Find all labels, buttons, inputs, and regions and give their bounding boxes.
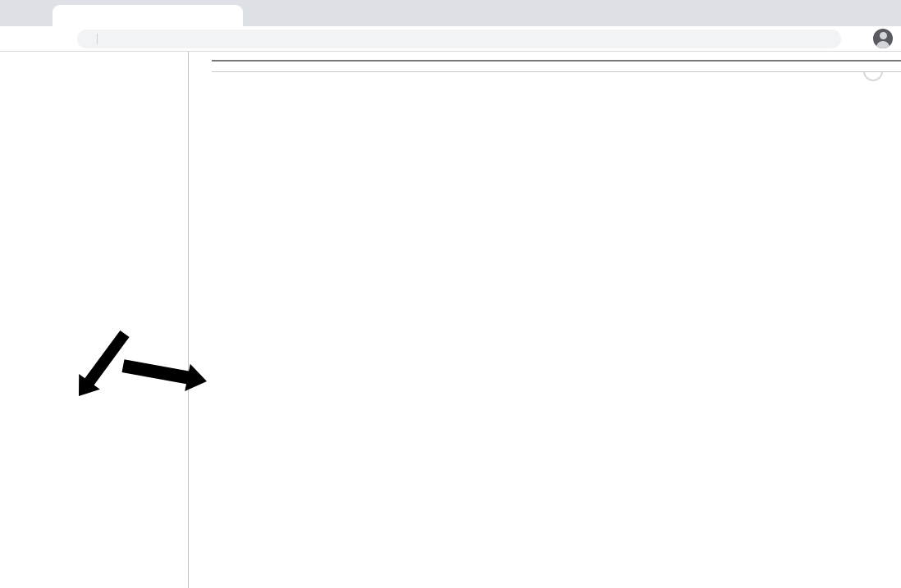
minimize-window-button[interactable]: [26, 8, 36, 18]
window-controls: [10, 8, 53, 18]
maximize-window-button[interactable]: [43, 8, 53, 18]
method-summary-table: [212, 62, 901, 72]
javadoc-sidebar: [0, 52, 189, 588]
page-body: [0, 52, 901, 588]
sidebar-header-title: [0, 57, 188, 65]
browser-tab[interactable]: [53, 5, 243, 26]
close-window-button[interactable]: [10, 8, 20, 18]
site-favicon-icon: [59, 9, 72, 22]
address-bar[interactable]: [77, 30, 841, 48]
browser-nav-bar: [0, 26, 901, 52]
browser-tab-bar: [0, 0, 901, 26]
table-header-row: [212, 62, 901, 72]
method-summary-frame: [189, 52, 901, 588]
profile-avatar[interactable]: [873, 29, 893, 48]
classes-heading: [0, 78, 188, 84]
column-header-modifier: [212, 62, 373, 71]
extension-icon[interactable]: [849, 31, 865, 47]
url-divider: [97, 34, 98, 44]
column-header-method: [373, 62, 901, 71]
